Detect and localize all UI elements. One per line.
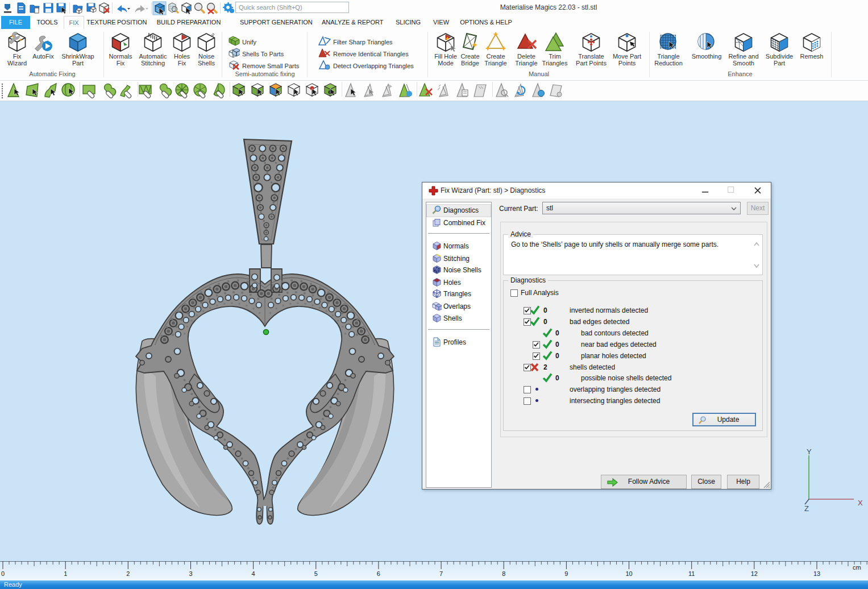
svg-text:Z: Z <box>804 504 809 513</box>
svg-text:2: 2 <box>126 570 130 577</box>
svg-text:Y: Y <box>807 447 812 456</box>
svg-text:13: 13 <box>813 570 820 577</box>
svg-text:5: 5 <box>314 570 318 577</box>
svg-text:0: 0 <box>1 570 5 577</box>
svg-text:cm: cm <box>853 564 861 571</box>
svg-text:11: 11 <box>688 570 695 577</box>
svg-text:12: 12 <box>751 570 758 577</box>
svg-text:X: X <box>858 499 863 507</box>
svg-text:8: 8 <box>502 570 505 577</box>
svg-text:7: 7 <box>439 570 443 577</box>
svg-text:9: 9 <box>564 570 568 577</box>
svg-text:3: 3 <box>189 570 192 577</box>
svg-text:1: 1 <box>64 570 67 577</box>
svg-text:10: 10 <box>625 570 632 577</box>
svg-text:6: 6 <box>377 570 380 577</box>
svg-text:4: 4 <box>252 570 255 577</box>
